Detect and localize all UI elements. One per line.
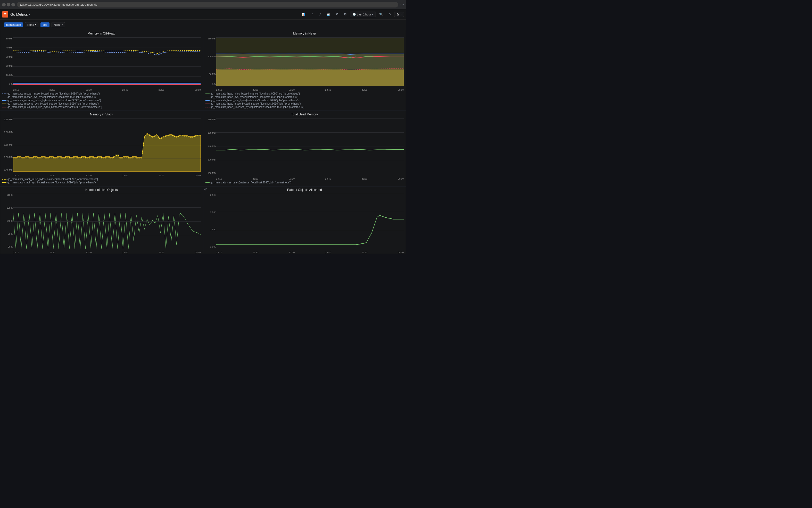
chart-svg-heap (216, 37, 404, 86)
url-text: 127.0.0.1:3000/d/CgCw8jKZz/go-metrics?or… (19, 3, 97, 6)
grafana-topbar: ☰ Go Metrics ▾ 📊 ☆ ⤴ 💾 ⚙ ⊡ 🕐 Last 1 hour… (0, 9, 406, 19)
chart-svg-off-heap (13, 37, 201, 86)
settings-button[interactable]: ⚙ (333, 11, 341, 17)
y-axis-total: 180 MB160 MB140 MB120 MB100 MB (205, 118, 216, 174)
panel-rate-objects: ⓘ Rate of Objects Allocated 2.5 K2.0 K1.… (203, 186, 406, 254)
svg-marker-3 (13, 133, 201, 172)
panel-live-objects: Number of Live Objects 110 K105 K100 K95… (0, 186, 203, 254)
browser-url-bar[interactable]: 127.0.0.1:3000/d/CgCw8jKZz/go-metrics?or… (17, 2, 398, 7)
panel-title-memory-heap: Memory in Heap (203, 30, 406, 36)
legend-heap: go_memstats_heap_alloc_bytes{instance="l… (203, 91, 406, 111)
dashboard-grid: Memory in Off-Heap 50 MB40 MB30 MB20 MB1… (0, 30, 406, 254)
dashboard-chevron-icon[interactable]: ▾ (29, 13, 30, 16)
panel-chart-memory-heap: 150 MB100 MB50 MB0 B (203, 36, 406, 91)
time-range-picker[interactable]: 🕐 Last 1 hour ▾ (350, 12, 376, 17)
chart-area-off-heap (13, 37, 201, 86)
chart-area-total (216, 118, 404, 175)
y-axis-rate: 2.5 K2.0 K1.5 K1.0 K (205, 194, 216, 248)
dashboard-name: Go Metrics (10, 12, 28, 16)
share-button[interactable]: ⤴ (317, 12, 323, 17)
menu-icon: ☰ (4, 13, 6, 16)
browser-back[interactable] (2, 3, 6, 6)
chart-area-heap (216, 37, 404, 86)
save-dashboard-button[interactable]: 💾 (324, 11, 332, 17)
x-axis-off-heap: 23:1023:2023:3023:4023:5000:00 (13, 89, 201, 91)
panel-memory-heap: Memory in Heap 150 MB100 MB50 MB0 B (203, 30, 406, 111)
panel-memory-off-heap: Memory in Off-Heap 50 MB40 MB30 MB20 MB1… (0, 30, 203, 111)
x-axis-stack: 23:1023:2023:3023:4023:5000:00 (13, 174, 201, 177)
panel-title-rate-objects: Rate of Objects Allocated (203, 186, 406, 193)
legend-stack: go_memstats_stack_inuse_bytes{instance="… (0, 177, 203, 186)
panel-title-live-objects: Number of Live Objects (0, 186, 203, 193)
add-panel-button[interactable]: 📊 (299, 11, 308, 17)
panel-chart-memory-stack: 1.65 MB1.60 MB1.55 MB1.50 MB1.45 MB 23:1… (0, 117, 203, 177)
panel-title-memory-off-heap: Memory in Off-Heap (0, 30, 203, 36)
refresh-interval-select[interactable]: 5s ▾ (394, 12, 404, 17)
time-range-label: Last 1 hour (357, 13, 371, 16)
x-axis-rate: 23:1023:2023:3023:4023:5000:00 (216, 251, 404, 254)
panel-title-memory-stack: Memory in Stack (0, 111, 203, 117)
namespace-label: namespace (4, 23, 23, 27)
panel-chart-total-used-memory: 180 MB160 MB140 MB120 MB100 MB 23:1023:2… (203, 117, 406, 180)
svg-marker-2 (216, 69, 404, 86)
topbar-actions: 📊 ☆ ⤴ 💾 ⚙ ⊡ 🕐 Last 1 hour ▾ 🔍 ↻ 5s ▾ (299, 11, 404, 17)
browser-extensions: ⋯ (400, 3, 404, 7)
y-axis-heap: 150 MB100 MB50 MB0 B (205, 37, 216, 86)
browser-chrome: 127.0.0.1:3000/d/CgCw8jKZz/go-metrics?or… (0, 0, 406, 9)
panel-chart-live-objects: 110 K105 K100 K95 K90 K 23:1023:2023:302… (0, 193, 203, 254)
refresh-interval-label: 5s (397, 13, 400, 16)
browser-forward[interactable] (7, 3, 10, 6)
chart-svg-rate (216, 194, 404, 249)
panel-chart-memory-off-heap: 50 MB40 MB30 MB20 MB10 MB0 B (0, 36, 203, 91)
pod-value: None (54, 23, 60, 26)
pod-select[interactable]: None ▾ (51, 22, 65, 27)
browser-reload[interactable] (11, 3, 15, 6)
y-axis-live: 110 K105 K100 K95 K90 K (2, 194, 13, 248)
y-axis-off-heap: 50 MB40 MB30 MB20 MB10 MB0 B (2, 37, 13, 86)
panel-total-used-memory: Total Used Memory 180 MB160 MB140 MB120 … (203, 111, 406, 186)
filter-row: namespace None ▾ pod None ▾ (0, 19, 406, 30)
refresh-button[interactable]: ↻ (386, 11, 393, 17)
star-dashboard-button[interactable]: ☆ (309, 11, 316, 17)
panel-title-total-used-memory: Total Used Memory (203, 111, 406, 117)
dashboard-title: Go Metrics ▾ (10, 12, 30, 16)
chart-area-live (13, 194, 201, 249)
x-axis-heap: 23:1023:2023:3023:4023:5000:00 (216, 89, 404, 91)
search-button[interactable]: 🔍 (377, 11, 385, 17)
grafana-logo[interactable]: ☰ (2, 11, 8, 17)
panel-chart-rate-objects: 2.5 K2.0 K1.5 K1.0 K 23:1023:2023:3023:4… (203, 193, 406, 254)
chart-area-rate (216, 194, 404, 249)
panel-memory-stack: Memory in Stack 1.65 MB1.60 MB1.55 MB1.5… (0, 111, 203, 186)
namespace-select[interactable]: None ▾ (25, 22, 38, 27)
browser-controls (2, 3, 15, 6)
info-icon: ⓘ (204, 187, 207, 191)
namespace-value: None (27, 23, 34, 26)
y-axis-stack: 1.65 MB1.60 MB1.55 MB1.50 MB1.45 MB (2, 118, 13, 171)
x-axis-live: 23:1023:2023:3023:4023:5000:00 (13, 251, 201, 254)
legend-total: go_memstats_sys_bytes{instance="localhos… (203, 180, 406, 186)
pod-label: pod (40, 23, 49, 27)
cycle-view-button[interactable]: ⊡ (342, 11, 349, 17)
legend-off-heap: go_memstats_mspan_inuse_bytes{instance="… (0, 91, 203, 111)
chart-area-stack (13, 118, 201, 172)
x-axis-total: 23:1023:2023:3023:4023:5000:00 (216, 177, 404, 180)
browser-actions: ⋯ (400, 3, 404, 7)
